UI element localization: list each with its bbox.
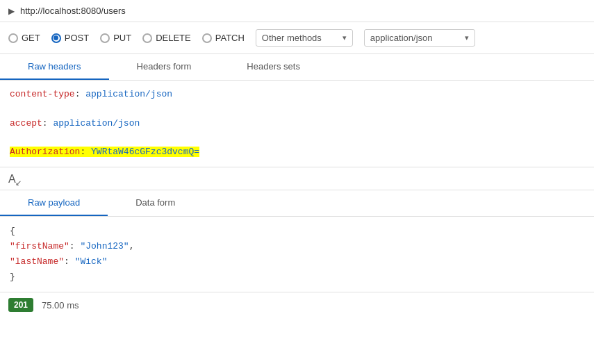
- method-bar: GET POST PUT DELETE PATCH Other methods …: [0, 22, 594, 54]
- other-methods-label: Other methods: [262, 33, 322, 43]
- header-line-1: content-type: application/json: [10, 88, 584, 102]
- status-code-badge: 201: [8, 298, 33, 312]
- tab-data-form[interactable]: Data form: [108, 190, 203, 216]
- tab-headers-sets[interactable]: Headers sets: [219, 54, 328, 80]
- radio-get[interactable]: [8, 33, 18, 43]
- radio-post[interactable]: [51, 33, 61, 43]
- other-methods-dropdown[interactable]: Other methods ▾: [256, 29, 353, 47]
- method-patch[interactable]: PATCH: [202, 33, 245, 43]
- header-line-3-highlighted: Authorization: YWRtaW46cGFzc3dvcmQ=: [10, 147, 199, 157]
- json-line-2: "firstName": "John123",: [10, 239, 584, 254]
- headers-tabs-section: Raw headers Headers form Headers sets: [0, 54, 594, 81]
- radio-put[interactable]: [100, 33, 110, 43]
- radio-patch[interactable]: [202, 33, 212, 43]
- json-sep-3: :: [64, 256, 75, 267]
- header-key-1: content-type: [10, 89, 75, 99]
- method-put[interactable]: PUT: [100, 33, 131, 43]
- payload-tabs-row: Raw payload Data form: [0, 190, 594, 216]
- payload-tabs-section: Raw payload Data form: [0, 190, 594, 217]
- header-line-3: Authorization: YWRtaW46cGFzc3dvcmQ=: [10, 145, 584, 160]
- json-val-firstname: "John123": [80, 241, 129, 251]
- header-val-1: application/json: [85, 89, 172, 99]
- json-open-brace: {: [10, 226, 15, 236]
- chevron-down-icon: ▾: [465, 33, 469, 42]
- translate-svg: A ↙: [8, 172, 24, 185]
- payload-content: { "firstName": "John123", "lastName": "W…: [0, 217, 594, 292]
- tab-raw-payload[interactable]: Raw payload: [0, 190, 108, 216]
- status-time: 75.00 ms: [42, 300, 79, 311]
- headers-tabs-row: Raw headers Headers form Headers sets: [0, 54, 594, 80]
- method-get-label: GET: [22, 33, 40, 43]
- method-post-label: POST: [65, 33, 89, 43]
- expand-icon[interactable]: ▶: [8, 6, 15, 16]
- url-display: http://localhost:8080/users: [20, 6, 126, 16]
- method-patch-label: PATCH: [215, 33, 245, 43]
- header-key-3: Authorization: [10, 147, 80, 157]
- header-line-2: accept: application/json: [10, 117, 584, 131]
- method-put-label: PUT: [113, 33, 131, 43]
- header-val-2: application/json: [53, 118, 140, 129]
- json-sep-2: :: [69, 241, 81, 251]
- method-post[interactable]: POST: [51, 33, 89, 43]
- header-sep-1: :: [75, 89, 86, 99]
- translate-icon[interactable]: A ↙: [8, 172, 24, 185]
- json-key-lastname: "lastName": [10, 256, 64, 267]
- json-comma-2: ,: [129, 241, 135, 251]
- method-delete[interactable]: DELETE: [142, 33, 191, 43]
- json-val-lastname: "Wick": [75, 256, 108, 267]
- method-get[interactable]: GET: [8, 33, 40, 43]
- tab-headers-form[interactable]: Headers form: [109, 54, 220, 80]
- svg-text:↙: ↙: [15, 179, 22, 185]
- json-close-brace: }: [10, 272, 15, 282]
- content-type-dropdown[interactable]: application/json ▾: [364, 29, 475, 47]
- header-key-2: accept: [10, 118, 42, 129]
- chevron-down-icon: ▾: [343, 33, 347, 42]
- status-bar: 201 75.00 ms: [0, 292, 594, 317]
- content-type-label: application/json: [370, 33, 433, 43]
- headers-content: content-type: application/json accept: a…: [0, 81, 594, 167]
- header-val-3: YWRtaW46cGFzc3dvcmQ=: [91, 147, 199, 157]
- tab-raw-headers[interactable]: Raw headers: [0, 54, 109, 80]
- method-delete-label: DELETE: [156, 33, 191, 43]
- radio-delete[interactable]: [142, 33, 152, 43]
- json-line-3: "lastName": "Wick": [10, 254, 584, 270]
- header-sep-2: :: [42, 118, 53, 129]
- icon-row: A ↙: [0, 167, 594, 190]
- url-bar: ▶ http://localhost:8080/users: [0, 0, 594, 22]
- json-line-4: }: [10, 270, 584, 285]
- header-sep-3: :: [80, 147, 91, 157]
- json-key-firstname: "firstName": [10, 241, 69, 251]
- json-line-1: {: [10, 224, 584, 239]
